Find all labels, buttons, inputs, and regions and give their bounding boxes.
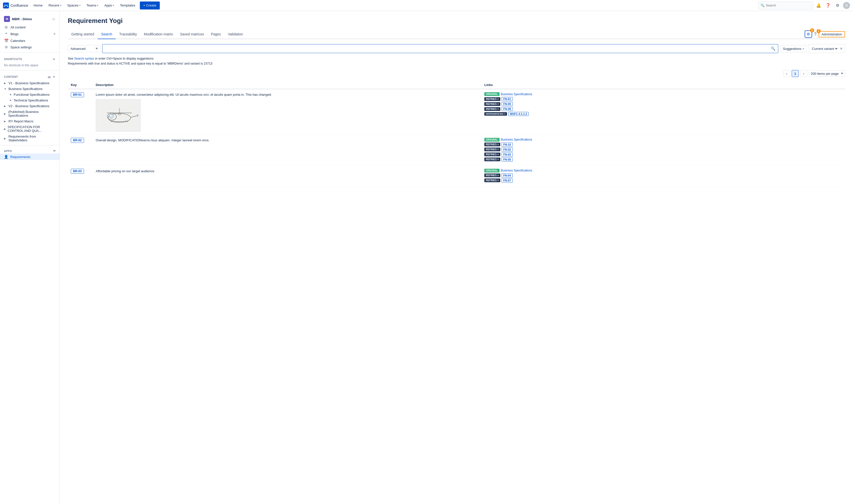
link-ref[interactable]: FN-04	[502, 174, 513, 178]
links-cell: ORIGINALBusiness SpecificationsREFINES >…	[481, 89, 845, 134]
chevron-down-icon: ▾	[113, 4, 114, 7]
query-info: See Search syntax or enter Ctrl+Space to…	[68, 56, 845, 66]
main-content: Requirement Yogi Getting started Search …	[60, 11, 853, 504]
tab-getting-started[interactable]: Getting started	[68, 30, 98, 39]
filter-content-button[interactable]: ⚌	[47, 74, 51, 79]
link-text[interactable]: Business Specifications	[501, 92, 532, 96]
link-ref[interactable]: MSFC-4.1.1.2	[508, 112, 529, 116]
variant-select[interactable]: Current variant	[811, 47, 838, 51]
key-badge[interactable]: BR-02	[71, 138, 84, 143]
nav-spaces[interactable]: Spaces ▾	[65, 0, 83, 11]
pagination: ‹ 1 › 200 items per page 50 items per pa…	[68, 70, 845, 77]
link-type-badge: ORIGINAL	[484, 92, 500, 96]
items-per-page-select[interactable]: 200 items per page 50 items per page 100…	[809, 71, 845, 77]
sidebar: M MBR - Démo ◁ ⊞ All content ❝ Blogs + 📅…	[0, 11, 60, 504]
tree-item-ry-report[interactable]: ▶ RY Report Macro	[0, 119, 59, 124]
chevron-right-icon: ▶	[4, 82, 7, 85]
admin-num-badge: 1	[817, 29, 821, 33]
global-search-box[interactable]: 🔍	[758, 1, 813, 10]
link-row: ORIGINALBusiness Specifications	[484, 92, 842, 96]
link-type-badge: REFINES >	[484, 143, 500, 146]
tree-item-requirements-stakeholders[interactable]: ▶ Requirements from Stakeholders	[0, 133, 59, 143]
chevron-down-icon: ▾	[79, 4, 80, 7]
create-button[interactable]: + Create	[140, 1, 160, 10]
sidebar-item-space-settings[interactable]: ⚙ Space settings	[0, 44, 59, 50]
tree-item-business-spec[interactable]: ▼ Business Specifications	[0, 86, 59, 92]
settings-button[interactable]: ⚙	[834, 1, 841, 10]
tab-traceability[interactable]: Traceability	[116, 30, 140, 39]
space-header[interactable]: M MBR - Démo ◁	[0, 14, 59, 24]
link-row: REFINES >FN-01	[484, 97, 842, 101]
clear-variant-button[interactable]: ✕	[840, 47, 843, 51]
sidebar-item-requirements[interactable]: 👤 Requirements	[0, 154, 59, 160]
link-ref[interactable]: FN-07	[502, 178, 513, 182]
chevron-right-icon: ▶	[4, 105, 7, 107]
tree-item-published-business[interactable]: ▶ (Published) Business Specifications	[0, 109, 59, 119]
link-text[interactable]: Business Specifications	[501, 169, 532, 172]
link-ref[interactable]: FN-02	[502, 147, 513, 151]
tree-item-functional[interactable]: Functional Specifications	[5, 92, 59, 97]
add-content-button[interactable]: +	[52, 74, 56, 79]
administration-button[interactable]: Administration	[819, 31, 845, 37]
link-type-badge: REFINES >	[484, 178, 500, 182]
help-icon[interactable]: ?	[814, 32, 817, 37]
next-page-button[interactable]: ›	[800, 70, 807, 77]
logo-text: Confluence	[11, 3, 28, 7]
chevron-down-icon: ▼	[4, 88, 7, 90]
suggestions-button[interactable]: Suggestions ▾	[780, 45, 806, 52]
key-badge[interactable]: BR-01	[71, 92, 84, 97]
search-type-select[interactable]: Advanced Simple	[68, 45, 100, 52]
tab-modification-matrix[interactable]: Modification matrix	[140, 30, 177, 39]
sidebar-item-all-content[interactable]: ⊞ All content	[0, 24, 59, 31]
notifications-button[interactable]: 🔔	[815, 1, 822, 10]
gear-badge: 2	[810, 29, 814, 32]
content-tree: ▶ V1 - Business Specifications ▼ Busines…	[0, 80, 59, 143]
description-cell: Lorem ipsum dolor sit amet, consectetur …	[93, 89, 481, 134]
link-ref[interactable]: FN-08	[502, 107, 513, 111]
global-search-input[interactable]	[766, 3, 811, 7]
link-ref[interactable]: FN-03	[502, 152, 513, 157]
page-1-button[interactable]: 1	[792, 70, 799, 77]
tab-validation[interactable]: Validation	[224, 30, 246, 39]
link-row: ORIGINALBusiness Specifications	[484, 169, 842, 173]
edit-apps-button[interactable]: ✏	[53, 149, 56, 152]
tree-item-v2-business[interactable]: ▶ V2 - Business Specifications	[0, 103, 59, 109]
tab-saved-matrices[interactable]: Saved matrices	[177, 30, 207, 39]
chevron-down-icon: ▾	[803, 47, 804, 50]
content-header: CONTENT ⚌ +	[0, 72, 59, 80]
link-text[interactable]: Business Specifications	[501, 138, 532, 141]
link-ref[interactable]: FN-10	[502, 143, 513, 147]
search-input[interactable]	[105, 47, 771, 51]
add-blog-button[interactable]: +	[53, 32, 56, 36]
link-row: REFINES >FN-08	[484, 107, 842, 111]
sidebar-item-calendars[interactable]: 📅 Calendars	[0, 37, 59, 44]
link-ref[interactable]: FN-05	[502, 158, 513, 162]
tab-search[interactable]: Search	[98, 30, 116, 39]
nav-home[interactable]: Home	[31, 0, 45, 11]
nav-teams[interactable]: Teams ▾	[84, 0, 101, 11]
prev-page-button[interactable]: ‹	[783, 70, 790, 77]
nav-templates[interactable]: Templates	[117, 0, 138, 11]
logo[interactable]: Confluence	[3, 2, 28, 8]
link-ref[interactable]: FN-06	[502, 102, 513, 106]
link-type-badge: DEPENDENCIES >	[484, 112, 507, 116]
add-shortcut-button[interactable]: +	[52, 57, 56, 61]
top-navigation: Confluence Home Recent ▾ Spaces ▾ Teams …	[0, 0, 853, 11]
svg-point-15	[109, 114, 113, 118]
help-button[interactable]: ❓	[824, 1, 832, 10]
tree-item-v1-business[interactable]: ▶ V1 - Business Specifications	[0, 80, 59, 86]
nav-recent[interactable]: Recent ▾	[46, 0, 64, 11]
description-cell: Overall design. MODIFICATIONiverra risus…	[93, 134, 481, 165]
nav-apps[interactable]: Apps ▾	[102, 0, 116, 11]
avatar[interactable]: U	[843, 2, 850, 9]
sidebar-item-blogs[interactable]: ❝ Blogs +	[0, 31, 59, 37]
tab-pages[interactable]: Pages	[207, 30, 224, 39]
search-submit-icon[interactable]: 🔍	[771, 47, 776, 51]
page-title: Requirement Yogi	[68, 17, 845, 25]
tree-item-technical[interactable]: Technical Specifications	[5, 97, 59, 103]
search-syntax-link[interactable]: Search syntax	[74, 57, 94, 60]
tree-item-specification[interactable]: ▶ SPECIFICATION FOR CONTROL AND QUA...	[0, 124, 59, 133]
key-badge[interactable]: BR-03	[71, 169, 84, 174]
collapse-sidebar-button[interactable]: ◁	[51, 16, 56, 21]
link-ref[interactable]: FN-01	[502, 97, 513, 101]
